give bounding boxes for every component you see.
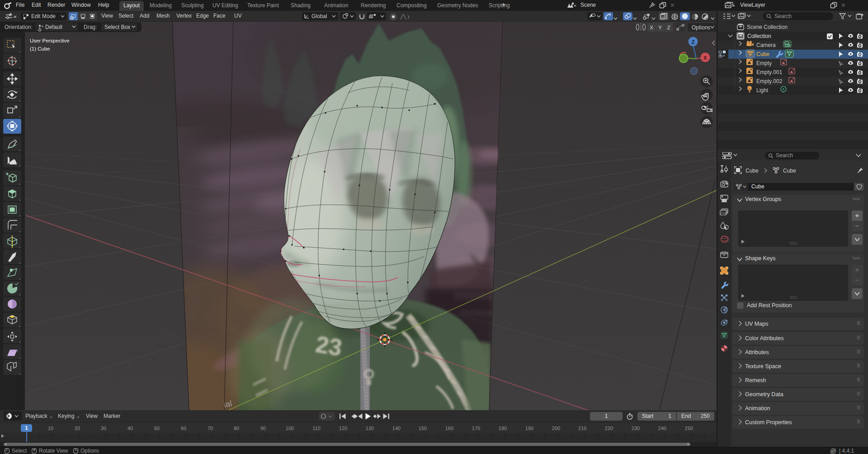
svg-text:Y: Y [658,25,662,30]
svg-text:200: 200 [552,426,560,431]
svg-text:250: 250 [685,426,693,431]
svg-text:210: 210 [578,426,586,431]
svg-text:Camera: Camera [756,42,776,48]
svg-text:60: 60 [181,426,186,431]
svg-text:100: 100 [286,426,294,431]
svg-text:10: 10 [48,426,53,431]
svg-text:20: 20 [75,426,80,431]
svg-text:.001: .001 [772,69,783,75]
svg-text:Empty: Empty [756,60,772,66]
svg-text:220: 220 [605,426,613,431]
svg-text:Z: Z [667,25,670,30]
svg-text:X: X [650,25,653,30]
svg-text:180: 180 [499,426,507,431]
svg-text:40: 40 [127,426,133,431]
svg-text:140: 140 [392,426,401,431]
svg-text:Orientation:: Orientation: [5,24,33,30]
svg-text:90: 90 [260,426,266,431]
svg-text:50: 50 [154,426,160,431]
svg-text:80: 80 [234,426,239,431]
svg-text:Scene Collection: Scene Collection [747,24,788,30]
svg-text:Options: Options [692,24,710,31]
svg-text:.002: .002 [772,78,783,84]
svg-text:Collection: Collection [747,33,771,39]
svg-text:70: 70 [208,426,213,431]
svg-text:110: 110 [312,426,321,431]
svg-text:Select Box: Select Box [104,24,130,30]
svg-text:Light: Light [756,87,769,94]
svg-text:Z: Z [692,39,695,45]
svg-text:170: 170 [472,426,480,431]
svg-text:160: 160 [445,426,453,431]
svg-text:User Perspective: User Perspective [30,38,70,43]
svg-text:(1) Cube: (1) Cube [30,46,50,51]
svg-text:X: X [703,55,707,61]
svg-text:Cube: Cube [783,168,796,174]
svg-text:190: 190 [525,426,533,431]
svg-text:150: 150 [419,426,427,431]
svg-text:120: 120 [339,426,347,431]
svg-text:Drag:: Drag: [84,24,97,30]
svg-text:240: 240 [658,426,666,431]
svg-text:130: 130 [366,426,374,431]
svg-text:Default: Default [45,24,63,30]
svg-text:23: 23 [314,331,344,361]
svg-text:30: 30 [101,426,106,431]
svg-text:Cube: Cube [756,51,769,57]
svg-text:230: 230 [632,426,640,431]
svg-text:Cube: Cube [745,168,759,174]
